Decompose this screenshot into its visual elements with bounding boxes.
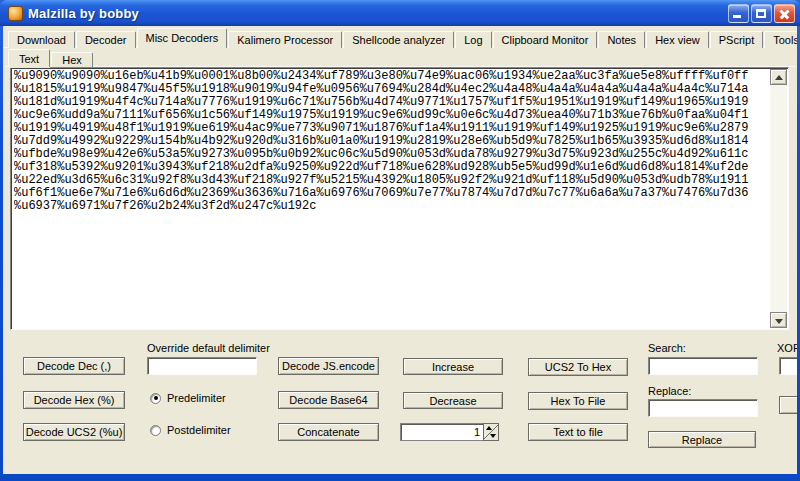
title-bar[interactable]: Malzilla by bobby bbox=[0, 0, 800, 26]
step-spinner-input[interactable] bbox=[400, 423, 483, 441]
tab-shellcode-analyzer[interactable]: Shellcode analyzer bbox=[343, 31, 454, 48]
tab-download[interactable]: Download bbox=[8, 31, 75, 48]
editor-line: %u6937%u6971%u7f26%u2b24%u3f2d%u247c%u19… bbox=[14, 200, 769, 213]
spinner-down-icon[interactable] bbox=[490, 434, 496, 438]
postdelimiter-radio-row[interactable]: Postdelimiter bbox=[150, 424, 231, 436]
decrease-button[interactable]: Decrease bbox=[403, 392, 503, 409]
replace-label: Replace: bbox=[648, 385, 691, 397]
decode-js-encode-button[interactable]: Decode JS.encode bbox=[278, 357, 379, 375]
tab-decoder[interactable]: Decoder bbox=[76, 31, 136, 48]
maximize-icon bbox=[756, 9, 766, 18]
predelimiter-radio-icon[interactable] bbox=[150, 393, 161, 404]
tab-notes[interactable]: Notes bbox=[598, 31, 645, 48]
close-button[interactable] bbox=[774, 4, 795, 23]
client-area: Download Decoder Misc Decoders Kalimero … bbox=[3, 26, 797, 474]
delimiter-input[interactable] bbox=[147, 357, 257, 375]
replace-button[interactable]: Replace bbox=[648, 431, 756, 448]
maximize-button[interactable] bbox=[751, 4, 772, 23]
scroll-down-button[interactable] bbox=[770, 312, 787, 328]
window-title: Malzilla by bobby bbox=[28, 6, 139, 21]
encoded-shellcode-text: %u9090%u9090%u16eb%u41b9%u0001%u8b00%u24… bbox=[14, 70, 769, 327]
decode-dec-button[interactable]: Decode Dec (,) bbox=[23, 357, 125, 375]
concatenate-button[interactable]: Concatenate bbox=[278, 423, 379, 441]
scroll-up-button[interactable] bbox=[770, 69, 787, 85]
tab-pscript[interactable]: PScript bbox=[710, 31, 763, 48]
tab-tools[interactable]: Tools bbox=[764, 31, 797, 48]
scroll-down-icon bbox=[775, 319, 783, 324]
xor-label: XOR bbox=[777, 342, 797, 354]
search-label: Search: bbox=[648, 342, 686, 354]
postdelimiter-label: Postdelimiter bbox=[167, 424, 231, 436]
increase-button[interactable]: Increase bbox=[403, 358, 503, 375]
subtab-text[interactable]: Text bbox=[8, 49, 50, 67]
minimize-button[interactable] bbox=[728, 4, 749, 23]
scroll-up-icon bbox=[775, 75, 783, 80]
postdelimiter-radio-icon[interactable] bbox=[150, 425, 161, 436]
malzilla-window: Malzilla by bobby Download Decoder Misc … bbox=[0, 0, 800, 481]
decoder-text-area[interactable]: %u9090%u9090%u16eb%u41b9%u0001%u8b00%u24… bbox=[10, 67, 789, 330]
predelimiter-label: Predelimiter bbox=[167, 392, 226, 404]
minimize-icon bbox=[733, 15, 741, 18]
ucs2-to-hex-button[interactable]: UCS2 To Hex bbox=[528, 358, 628, 376]
decode-base64-button[interactable]: Decode Base64 bbox=[278, 391, 379, 409]
main-tab-bar: Download Decoder Misc Decoders Kalimero … bbox=[8, 28, 797, 48]
xor-button-partial[interactable] bbox=[779, 396, 797, 414]
text-to-file-button[interactable]: Text to file bbox=[528, 423, 628, 441]
predelimiter-radio-row[interactable]: Predelimiter bbox=[150, 392, 226, 404]
tab-clipboard-monitor[interactable]: Clipboard Monitor bbox=[493, 31, 598, 48]
search-input[interactable] bbox=[648, 357, 758, 375]
subtab-page-edge bbox=[5, 66, 795, 67]
sub-tab-bar: Text Hex bbox=[8, 49, 94, 67]
tab-log[interactable]: Log bbox=[455, 31, 491, 48]
step-spinner[interactable] bbox=[400, 423, 499, 441]
xor-input[interactable] bbox=[779, 357, 797, 375]
decode-hex-button[interactable]: Decode Hex (%) bbox=[23, 391, 125, 409]
app-icon bbox=[8, 6, 23, 21]
spinner-buttons[interactable] bbox=[483, 423, 499, 441]
override-delimiter-label: Override default delimiter bbox=[147, 342, 270, 354]
tab-kalimero-processor[interactable]: Kalimero Processor bbox=[228, 31, 342, 48]
tab-misc-decoders[interactable]: Misc Decoders bbox=[137, 28, 228, 48]
decode-ucs2-button[interactable]: Decode UCS2 (%u) bbox=[23, 423, 125, 441]
hex-to-file-button[interactable]: Hex To File bbox=[528, 392, 628, 410]
replace-input[interactable] bbox=[648, 399, 758, 417]
vertical-scrollbar[interactable] bbox=[770, 69, 787, 328]
tab-hex-view[interactable]: Hex view bbox=[646, 31, 709, 48]
spinner-up-icon[interactable] bbox=[486, 426, 492, 430]
subtab-hex[interactable]: Hex bbox=[51, 52, 93, 67]
